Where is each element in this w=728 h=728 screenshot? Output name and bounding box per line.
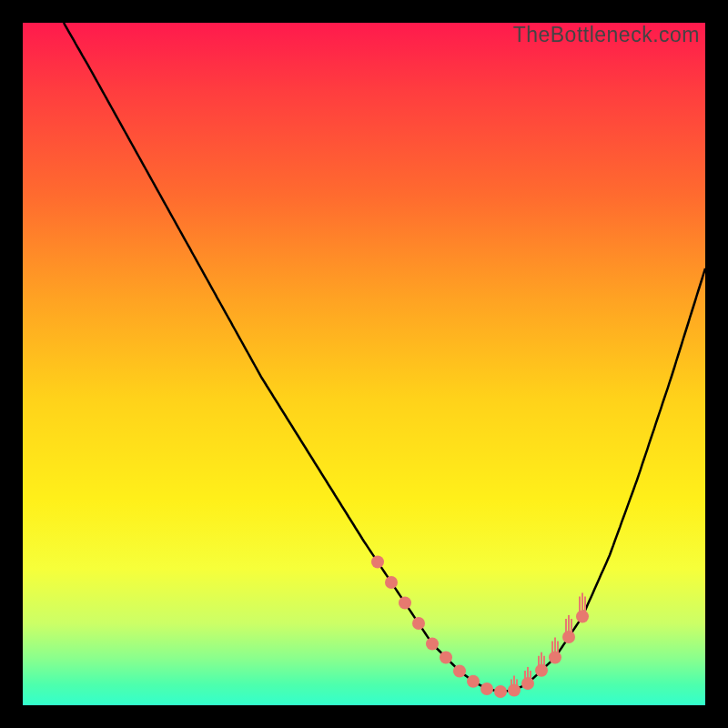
marker-dot — [576, 611, 589, 623]
marker-dot — [371, 556, 384, 569]
marker-dot — [521, 677, 534, 690]
chart-frame: TheBottleneck.com — [14, 14, 714, 714]
marker-dot — [385, 576, 398, 589]
curve-markers — [371, 556, 589, 699]
bottleneck-curve — [64, 23, 705, 692]
marker-dot — [494, 685, 507, 698]
curve-layer — [23, 23, 705, 705]
marker-dot — [467, 675, 480, 688]
marker-dot — [535, 664, 548, 677]
marker-dot — [562, 631, 575, 643]
marker-dot — [426, 638, 439, 651]
marker-dot — [480, 682, 493, 695]
marker-dot — [508, 684, 521, 697]
watermark-text: TheBottleneck.com — [513, 23, 700, 47]
marker-dot — [440, 652, 452, 664]
marker-dot — [399, 597, 411, 610]
marker-dot — [453, 665, 466, 678]
marker-dot — [412, 617, 425, 630]
marker-dot — [549, 652, 561, 664]
plot-area: TheBottleneck.com — [23, 23, 705, 705]
